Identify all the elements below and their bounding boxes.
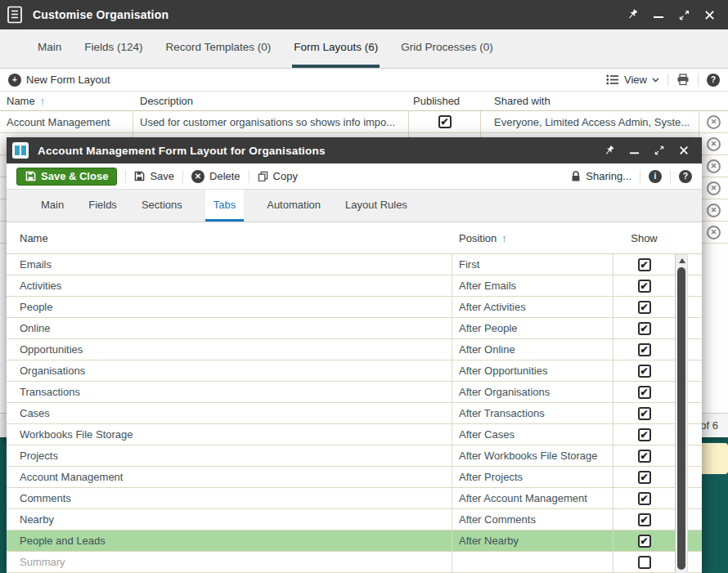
delete-cell: ✕ <box>699 155 728 177</box>
tab-show-cell: ✔ <box>613 318 675 338</box>
tab-show-cell: ✔ <box>613 530 675 551</box>
show-checkbox[interactable]: ✔ <box>638 386 651 399</box>
tab-position-cell: After People <box>452 318 613 338</box>
pin-icon[interactable] <box>626 8 639 21</box>
show-checkbox[interactable]: ✔ <box>638 535 651 548</box>
info-icon[interactable]: i <box>649 170 662 183</box>
show-checkbox[interactable]: ✔ <box>638 471 651 484</box>
modal-titlebar[interactable]: Account Management Form Layout for Organ… <box>7 137 702 163</box>
delete-row-icon[interactable]: ✕ <box>707 115 721 129</box>
delete-cell: ✕ <box>699 222 728 243</box>
tab-row[interactable]: EmailsFirst✔ <box>7 254 702 275</box>
delete-row-icon[interactable]: ✕ <box>707 204 721 217</box>
sort-asc-icon: ↑ <box>501 232 507 244</box>
lock-icon <box>571 171 581 182</box>
delete-row-icon[interactable]: ✕ <box>707 137 721 151</box>
tab-row[interactable]: OpportunitiesAfter Online✔ <box>7 339 702 360</box>
column-header-description[interactable]: Description <box>133 95 409 107</box>
scroll-up-arrow[interactable] <box>679 258 685 263</box>
show-checkbox[interactable]: ✔ <box>638 428 651 441</box>
sharing-button[interactable]: Sharing... <box>571 170 631 182</box>
tab-grid-processes-0[interactable]: Grid Processes (0) <box>399 29 495 68</box>
tab-row[interactable]: NearbyAfter Comments✔ <box>7 509 702 530</box>
modal-table-body: EmailsFirst✔ActivitiesAfter Emails✔Peopl… <box>7 254 702 573</box>
tab-main[interactable]: Main <box>39 190 65 222</box>
show-checkbox[interactable]: ✔ <box>638 280 651 293</box>
minimize-icon[interactable] <box>629 145 640 156</box>
show-checkbox[interactable]: ✔ <box>638 450 651 463</box>
tab-record-templates-0[interactable]: Record Templates (0) <box>164 29 273 68</box>
tab-row[interactable]: CasesAfter Transactions✔ <box>7 403 702 424</box>
show-checkbox[interactable]: ✔ <box>638 258 651 271</box>
column-header-position[interactable]: Position↑ <box>452 232 613 244</box>
tab-row[interactable]: PeopleAfter Activities✔ <box>7 297 702 318</box>
show-checkbox[interactable]: ✔ <box>638 365 651 378</box>
delete-button[interactable]: ✕ Delete <box>191 170 240 183</box>
tab-fields[interactable]: Fields <box>87 190 119 222</box>
print-button[interactable] <box>676 74 690 86</box>
column-header-published[interactable]: Published <box>409 95 481 107</box>
show-checkbox[interactable]: ✔ <box>638 492 651 505</box>
tab-row[interactable]: CommentsAfter Account Management✔ <box>7 488 702 509</box>
column-header-show[interactable]: Show <box>613 232 675 244</box>
tab-layout-rules[interactable]: Layout Rules <box>344 190 409 222</box>
pin-icon[interactable] <box>603 145 615 157</box>
save-button[interactable]: Save <box>134 170 174 182</box>
new-form-layout-button[interactable]: + New Form Layout <box>8 74 110 87</box>
scrollbar-thumb[interactable] <box>677 267 685 570</box>
show-checkbox[interactable]: ✔ <box>638 407 651 420</box>
tab-row[interactable]: Summary <box>7 552 702 573</box>
chevron-down-icon <box>652 78 659 83</box>
tab-row[interactable]: TransactionsAfter Organisations✔ <box>7 382 702 403</box>
tab-row[interactable]: OnlineAfter People✔ <box>7 318 702 339</box>
delete-row-icon[interactable]: ✕ <box>707 226 721 239</box>
column-header-name[interactable]: Name <box>7 232 452 244</box>
tab-row[interactable]: People and LeadsAfter Nearby✔ <box>7 530 702 552</box>
maximize-icon[interactable] <box>654 145 665 156</box>
tab-row[interactable]: Account ManagementAfter Projects✔ <box>7 467 702 488</box>
vertical-scrollbar[interactable] <box>675 254 688 573</box>
tab-row[interactable]: OrganisationsAfter Opportunities✔ <box>7 360 702 382</box>
show-checkbox[interactable]: ✔ <box>438 115 452 128</box>
background-window-titlebar[interactable]: Customise Organisation <box>0 0 728 29</box>
help-icon[interactable]: ? <box>679 170 692 183</box>
delete-cell: ✕ <box>699 133 728 154</box>
tab-position-cell: After Organisations <box>452 382 613 402</box>
show-checkbox[interactable]: ✔ <box>638 343 651 356</box>
tab-sections[interactable]: Sections <box>140 190 184 222</box>
delete-row-icon[interactable]: ✕ <box>707 181 721 195</box>
printer-icon <box>676 74 690 86</box>
shared-with-cell: Everyone, Limited Access Admin, Syste... <box>481 111 699 132</box>
save-icon <box>25 171 36 181</box>
close-icon[interactable] <box>704 10 715 20</box>
show-checkbox[interactable] <box>638 556 651 569</box>
column-header-shared-with[interactable]: Shared with <box>481 95 699 107</box>
column-header-name[interactable]: Name↑ <box>0 95 133 107</box>
maximize-icon[interactable] <box>678 9 690 21</box>
tab-form-layouts-6[interactable]: Form Layouts (6) <box>292 29 380 68</box>
show-checkbox[interactable]: ✔ <box>638 513 651 526</box>
save-close-button[interactable]: Save & Close <box>16 168 117 186</box>
show-checkbox[interactable]: ✔ <box>638 322 651 335</box>
view-dropdown[interactable]: View <box>606 74 659 86</box>
form-layout-row[interactable]: Account ManagementUsed for customer orga… <box>0 111 728 133</box>
show-checkbox[interactable]: ✔ <box>638 301 651 314</box>
tab-show-cell: ✔ <box>613 254 675 275</box>
tab-show-cell: ✔ <box>613 297 675 317</box>
tab-row[interactable]: ProjectsAfter Workbooks File Storage✔ <box>7 445 702 467</box>
minimize-icon[interactable] <box>653 9 664 20</box>
help-icon[interactable]: ? <box>707 74 720 87</box>
tab-main[interactable]: Main <box>36 29 63 68</box>
modal-window-controls <box>603 145 702 157</box>
tab-row[interactable]: Workbooks File StorageAfter Cases✔ <box>7 424 702 445</box>
tab-position-cell: After Projects <box>452 467 613 487</box>
tab-row[interactable]: ActivitiesAfter Emails✔ <box>7 275 702 297</box>
delete-row-icon[interactable]: ✕ <box>707 159 721 173</box>
modal-table-header: Name Position↑ Show <box>7 222 702 254</box>
tab-fields-124[interactable]: Fields (124) <box>83 29 144 68</box>
close-icon[interactable] <box>679 145 689 155</box>
tab-position-cell: After Workbooks File Storage <box>452 445 613 466</box>
copy-button[interactable]: Copy <box>258 170 298 182</box>
tab-automation[interactable]: Automation <box>265 190 322 222</box>
tab-tabs[interactable]: Tabs <box>205 190 244 222</box>
